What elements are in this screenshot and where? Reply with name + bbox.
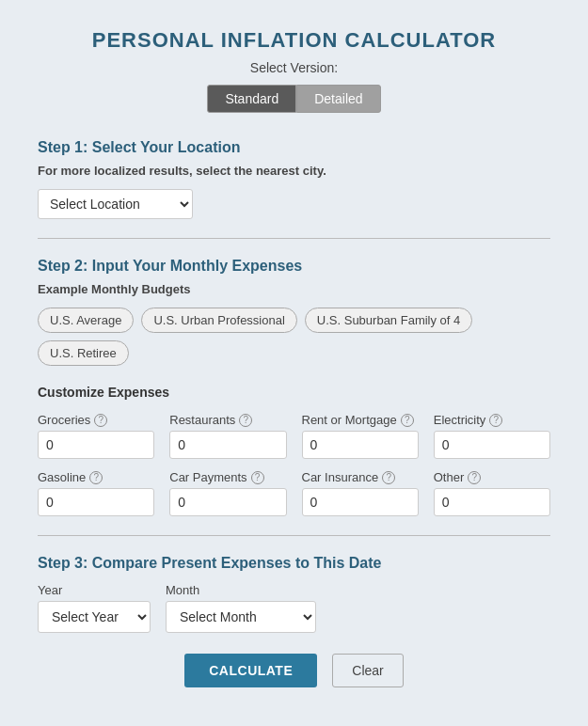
- groceries-input[interactable]: [38, 431, 154, 459]
- groceries-label: Groceries ?: [38, 413, 154, 427]
- rent-mortgage-label: Rent or Mortgage ?: [302, 413, 419, 427]
- step1-subtitle: For more localized results, select the n…: [38, 164, 550, 178]
- version-label: Select Version:: [38, 60, 550, 75]
- calculate-button[interactable]: CALCULATE: [184, 654, 317, 687]
- groceries-field: Groceries ?: [38, 413, 154, 459]
- divider-1: [38, 238, 550, 239]
- budget-tag-us-average[interactable]: U.S. Average: [38, 308, 134, 333]
- other-label: Other ?: [434, 470, 550, 484]
- car-payments-help-icon[interactable]: ?: [251, 471, 264, 484]
- restaurants-help-icon[interactable]: ?: [239, 414, 252, 427]
- location-select[interactable]: Select Location: [38, 189, 193, 219]
- car-payments-input[interactable]: [169, 488, 286, 516]
- electricity-label: Electricity ?: [434, 413, 550, 427]
- month-label: Month: [166, 583, 316, 597]
- groceries-help-icon[interactable]: ?: [94, 414, 107, 427]
- customize-label: Customize Expenses: [38, 385, 550, 400]
- action-buttons: CALCULATE Clear: [38, 654, 550, 687]
- step3-section: Step 3: Compare Present Expenses to This…: [38, 555, 550, 687]
- budget-tag-retiree[interactable]: U.S. Retiree: [38, 340, 129, 366]
- year-field: Year Select Year: [38, 583, 151, 633]
- step1-section: Step 1: Select Your Location For more lo…: [38, 139, 550, 219]
- budget-tag-suburban-family[interactable]: U.S. Suburban Family of 4: [305, 308, 472, 333]
- rent-mortgage-input[interactable]: [302, 431, 419, 459]
- car-insurance-field: Car Insurance ?: [302, 470, 419, 516]
- date-row: Year Select Year Month Select Month: [38, 583, 550, 633]
- version-toggle: Standard Detailed: [38, 85, 550, 113]
- gasoline-field: Gasoline ?: [38, 470, 154, 516]
- car-payments-field: Car Payments ?: [169, 470, 286, 516]
- detailed-version-btn[interactable]: Detailed: [296, 85, 380, 113]
- restaurants-label: Restaurants ?: [169, 413, 286, 427]
- step2-title: Step 2: Input Your Monthly Expenses: [38, 258, 550, 275]
- other-field: Other ?: [434, 470, 550, 516]
- year-label: Year: [38, 583, 151, 597]
- divider-2: [38, 535, 550, 536]
- restaurants-input[interactable]: [169, 431, 286, 459]
- restaurants-field: Restaurants ?: [169, 413, 286, 459]
- clear-button[interactable]: Clear: [332, 654, 403, 687]
- other-input[interactable]: [434, 488, 550, 516]
- month-select[interactable]: Select Month: [166, 601, 316, 633]
- gasoline-help-icon[interactable]: ?: [89, 471, 103, 484]
- car-payments-label: Car Payments ?: [169, 470, 286, 484]
- rent-mortgage-help-icon[interactable]: ?: [401, 414, 414, 427]
- expense-grid: Groceries ? Restaurants ? Rent or Mortga…: [38, 413, 550, 516]
- step1-title: Step 1: Select Your Location: [38, 139, 550, 156]
- car-insurance-help-icon[interactable]: ?: [382, 471, 395, 484]
- budget-label: Example Monthly Budgets: [38, 282, 550, 296]
- electricity-field: Electricity ?: [434, 413, 550, 459]
- month-field: Month Select Month: [166, 583, 316, 633]
- page-title: PERSONAL INFLATION CALCULATOR: [38, 28, 550, 53]
- other-help-icon[interactable]: ?: [468, 471, 481, 484]
- electricity-input[interactable]: [434, 431, 550, 459]
- standard-version-btn[interactable]: Standard: [207, 85, 296, 113]
- step3-title: Step 3: Compare Present Expenses to This…: [38, 555, 550, 572]
- step2-section: Step 2: Input Your Monthly Expenses Exam…: [38, 258, 550, 516]
- electricity-help-icon[interactable]: ?: [489, 414, 502, 427]
- budget-tags-container: U.S. Average U.S. Urban Professional U.S…: [38, 308, 550, 366]
- car-insurance-label: Car Insurance ?: [302, 470, 419, 484]
- rent-mortgage-field: Rent or Mortgage ?: [302, 413, 419, 459]
- car-insurance-input[interactable]: [302, 488, 419, 516]
- year-select[interactable]: Select Year: [38, 601, 151, 633]
- budget-tag-urban-professional[interactable]: U.S. Urban Professional: [141, 308, 296, 333]
- gasoline-label: Gasoline ?: [38, 470, 154, 484]
- gasoline-input[interactable]: [38, 488, 154, 516]
